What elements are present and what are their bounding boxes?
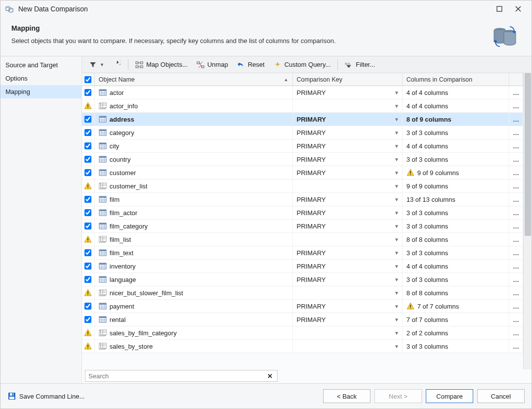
header-columns-in-comparison[interactable]: Columns in Comparison (403, 73, 509, 86)
header-object-name[interactable]: Object Name (95, 73, 293, 86)
chevron-down-icon[interactable]: ▼ (394, 237, 399, 242)
row-status-cell[interactable] (82, 220, 95, 232)
chevron-down-icon[interactable]: ▼ (394, 170, 399, 176)
maximize-button[interactable] (490, 2, 509, 16)
row-checkbox[interactable] (84, 196, 91, 203)
vertical-scrollbar[interactable] (523, 73, 532, 369)
row-options-button[interactable]: … (509, 286, 523, 299)
row-status-cell[interactable] (82, 260, 95, 273)
row-options-button[interactable]: … (509, 206, 523, 219)
table-row[interactable]: film_textPRIMARY▼3 of 3 columns… (82, 246, 523, 260)
header-checkbox-cell[interactable] (82, 73, 95, 86)
table-row[interactable]: customerPRIMARY▼9 of 9 columns… (82, 166, 523, 180)
row-options-button[interactable]: … (509, 326, 523, 339)
chevron-down-icon[interactable]: ▼ (394, 330, 399, 336)
row-options-button[interactable]: … (509, 246, 523, 259)
table-row[interactable]: customer_list▼9 of 9 columns… (82, 180, 523, 193)
comparison-key-cell[interactable]: PRIMARY▼ (293, 193, 403, 206)
comparison-key-cell[interactable]: PRIMARY▼ (293, 300, 403, 313)
chevron-down-icon[interactable]: ▼ (394, 304, 399, 309)
row-checkbox[interactable] (84, 89, 91, 96)
row-status-cell[interactable] (82, 326, 95, 339)
row-options-button[interactable]: … (509, 340, 523, 353)
close-button[interactable] (509, 2, 528, 16)
row-checkbox[interactable] (84, 276, 91, 283)
row-status-cell[interactable] (82, 113, 95, 126)
chevron-down-icon[interactable]: ▼ (394, 143, 399, 149)
table-row[interactable]: addressPRIMARY▼8 of 9 columns… (82, 113, 523, 126)
row-options-button[interactable]: … (509, 220, 523, 232)
chevron-down-icon[interactable]: ▼ (394, 183, 399, 189)
table-row[interactable]: filmPRIMARY▼13 of 13 columns… (82, 193, 523, 206)
row-options-button[interactable]: … (509, 180, 523, 192)
chevron-down-icon[interactable]: ▼ (394, 117, 399, 122)
table-row[interactable]: film_actorPRIMARY▼3 of 3 columns… (82, 206, 523, 220)
comparison-key-cell[interactable]: ▼ (293, 286, 403, 299)
row-status-cell[interactable] (82, 206, 95, 219)
row-checkbox[interactable] (84, 156, 91, 163)
chevron-down-icon[interactable]: ▼ (394, 103, 399, 109)
table-row[interactable]: cityPRIMARY▼4 of 4 columns… (82, 139, 523, 153)
comparison-key-cell[interactable]: PRIMARY▼ (293, 139, 403, 152)
table-row[interactable]: countryPRIMARY▼3 of 3 columns… (82, 153, 523, 166)
row-options-button[interactable]: … (509, 86, 523, 99)
chevron-down-icon[interactable]: ▼ (394, 130, 399, 136)
search-input[interactable] (88, 372, 265, 380)
refresh-button[interactable] (109, 58, 125, 72)
custom-query-button[interactable]: Custom Query... (270, 58, 335, 72)
table-row[interactable]: sales_by_film_category▼2 of 2 columns… (82, 326, 523, 340)
sidebar-item-mapping[interactable]: Mapping (0, 85, 82, 98)
filter-dropdown-button[interactable]: ▼ (85, 58, 108, 72)
row-status-cell[interactable] (82, 246, 95, 259)
unmap-button[interactable]: Unmap (193, 58, 232, 72)
table-row[interactable]: languagePRIMARY▼3 of 3 columns… (82, 273, 523, 286)
chevron-down-icon[interactable]: ▼ (394, 250, 399, 256)
row-checkbox[interactable] (84, 223, 91, 229)
row-options-button[interactable]: … (509, 113, 523, 126)
row-status-cell[interactable] (82, 126, 95, 139)
table-row[interactable]: paymentPRIMARY▼7 of 7 columns… (82, 300, 523, 313)
back-button[interactable]: < Back (323, 389, 370, 403)
table-row[interactable]: categoryPRIMARY▼3 of 3 columns… (82, 126, 523, 139)
map-objects-button[interactable]: Map Objects... (131, 58, 192, 72)
select-all-checkbox[interactable] (84, 76, 91, 83)
comparison-key-cell[interactable]: PRIMARY▼ (293, 246, 403, 259)
row-checkbox[interactable] (84, 303, 91, 310)
table-row[interactable]: nicer_but_slower_film_list▼8 of 8 column… (82, 286, 523, 300)
row-options-button[interactable]: … (509, 139, 523, 152)
chevron-down-icon[interactable]: ▼ (394, 197, 399, 202)
comparison-key-cell[interactable]: PRIMARY▼ (293, 206, 403, 219)
row-options-button[interactable]: … (509, 260, 523, 273)
row-status-cell[interactable] (82, 139, 95, 152)
sql-filter-button[interactable]: SQL Filter... (341, 58, 379, 72)
chevron-down-icon[interactable]: ▼ (394, 344, 399, 349)
row-status-cell[interactable] (82, 180, 95, 192)
row-checkbox[interactable] (84, 263, 91, 270)
row-checkbox[interactable] (84, 129, 91, 136)
row-status-cell[interactable] (82, 166, 95, 179)
chevron-down-icon[interactable]: ▼ (394, 157, 399, 162)
row-status-cell[interactable] (82, 99, 95, 112)
comparison-key-cell[interactable]: ▼ (293, 233, 403, 246)
row-checkbox[interactable] (84, 169, 91, 176)
row-checkbox[interactable] (84, 142, 91, 149)
row-options-button[interactable]: … (509, 300, 523, 313)
chevron-down-icon[interactable]: ▼ (394, 290, 399, 296)
comparison-key-cell[interactable]: ▼ (293, 99, 403, 112)
row-options-button[interactable]: … (509, 313, 523, 326)
comparison-key-cell[interactable]: ▼ (293, 326, 403, 339)
row-options-button[interactable]: … (509, 99, 523, 112)
reset-button[interactable]: Reset (233, 58, 269, 72)
comparison-key-cell[interactable]: ▼ (293, 180, 403, 192)
chevron-down-icon[interactable]: ▼ (394, 210, 399, 216)
row-status-cell[interactable] (82, 233, 95, 246)
cancel-button[interactable]: Cancel (477, 389, 525, 403)
table-row[interactable]: sales_by_store▼3 of 3 columns… (82, 340, 523, 353)
row-status-cell[interactable] (82, 286, 95, 299)
row-status-cell[interactable] (82, 86, 95, 99)
clear-search-button[interactable]: ✕ (265, 372, 274, 380)
header-comparison-key[interactable]: Comparison Key (293, 73, 403, 86)
comparison-key-cell[interactable]: PRIMARY▼ (293, 86, 403, 99)
table-row[interactable]: actor_info▼4 of 4 columns… (82, 99, 523, 113)
comparison-key-cell[interactable]: PRIMARY▼ (293, 113, 403, 126)
